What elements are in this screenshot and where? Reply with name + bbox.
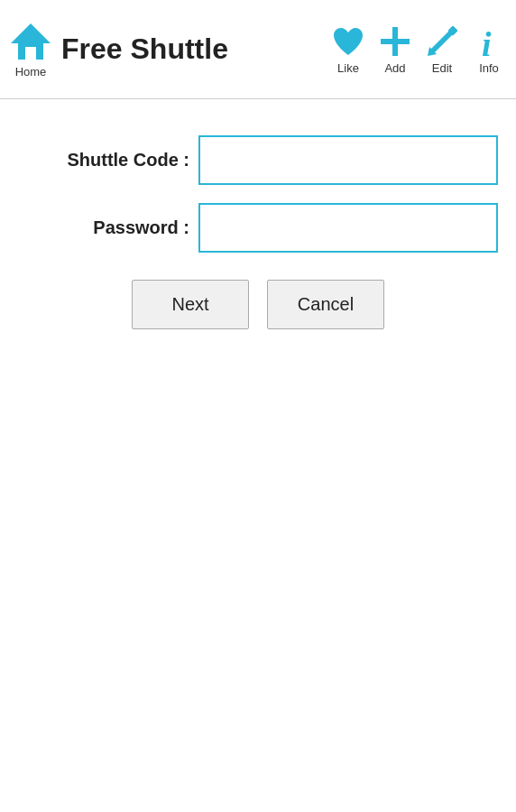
add-icon: [377, 23, 413, 60]
edit-button[interactable]: Edit: [424, 23, 460, 75]
home-button[interactable]: Home: [9, 20, 52, 78]
svg-rect-3: [381, 39, 410, 44]
main-content: Shuttle Code : Password : Next Cancel: [0, 99, 516, 347]
like-button[interactable]: Like: [330, 23, 366, 75]
password-label: Password :: [18, 217, 189, 238]
edit-icon: [424, 23, 460, 60]
cancel-button[interactable]: Cancel: [267, 280, 384, 329]
buttons-row: Next Cancel: [18, 280, 498, 329]
home-icon: [9, 20, 52, 63]
like-label: Like: [337, 61, 359, 75]
info-label: Info: [479, 61, 499, 75]
app-title: Free Shuttle: [61, 32, 228, 66]
next-button[interactable]: Next: [132, 280, 249, 329]
home-label: Home: [15, 65, 47, 78]
add-label: Add: [384, 61, 405, 75]
svg-rect-1: [25, 47, 36, 60]
header-left: Home Free Shuttle: [9, 20, 330, 78]
info-button[interactable]: i Info: [471, 23, 507, 75]
password-group: Password :: [18, 203, 498, 253]
header: Home Free Shuttle Like Add Edi: [0, 0, 516, 99]
shuttle-code-label: Shuttle Code :: [18, 150, 189, 171]
shuttle-code-input[interactable]: [198, 135, 498, 185]
shuttle-code-group: Shuttle Code :: [18, 135, 498, 185]
add-button[interactable]: Add: [377, 23, 413, 75]
header-actions: Like Add Edit i Info: [330, 23, 507, 75]
info-icon: i: [471, 23, 507, 60]
edit-label: Edit: [432, 61, 452, 75]
heart-icon: [330, 23, 366, 60]
svg-text:i: i: [482, 25, 492, 60]
password-input[interactable]: [198, 203, 498, 253]
